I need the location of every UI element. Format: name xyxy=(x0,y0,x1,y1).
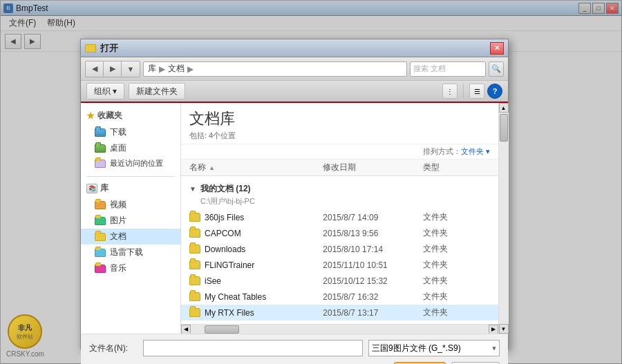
scroll-left-button[interactable]: ◀ xyxy=(181,325,191,334)
search-box: 搜索 文档 xyxy=(410,61,486,77)
filename-label: 文件名(N): xyxy=(89,343,138,354)
lib-title: 文档库 xyxy=(189,108,490,129)
filetype-select-wrapper: 三国9图片文件 (G_*.S9) ▼ xyxy=(368,340,500,356)
sort-value[interactable]: 文件夹 ▾ xyxy=(461,146,490,157)
libraries-label: 库 xyxy=(100,182,109,194)
dialog-back-button[interactable]: ◀ xyxy=(86,61,104,77)
footer-filename-row: 文件名(N): 三国9图片文件 (G_*.S9) ▼ xyxy=(89,340,500,356)
download-folder-icon xyxy=(95,128,106,137)
lib-icon: 📚 xyxy=(86,184,97,193)
sidebar-item-recent-label: 最近访问的位置 xyxy=(110,158,163,169)
filetype-label: 三国9图片文件 (G_*.S9) xyxy=(372,343,461,354)
breadcrumb-lib[interactable]: 库 xyxy=(148,63,156,75)
sidebar-divider xyxy=(86,176,175,177)
sidebar-item-documents[interactable]: 文档 xyxy=(81,229,180,245)
open-dialog: 打开 ✕ ◀ ▶ ▼ 库 ▶ 文档 ▶ 搜索 xyxy=(80,39,509,349)
watermark-line1: 非凡 xyxy=(18,323,32,333)
sidebar-item-music[interactable]: 音乐 xyxy=(81,260,180,276)
dialog-folder-icon xyxy=(85,44,96,52)
dialog-down-button[interactable]: ▼ xyxy=(122,61,140,77)
table-row[interactable]: CAPCOM 2015/8/13 9:56 文件夹 xyxy=(181,225,498,241)
folder-icon xyxy=(189,229,200,238)
breadcrumb: 库 ▶ 文档 ▶ xyxy=(143,61,407,77)
libraries-header: 📚 库 xyxy=(81,180,180,197)
dialog-footer: 文件名(N): 三国9图片文件 (G_*.S9) ▼ 打开(O) 取消 xyxy=(81,334,508,364)
toolbar-dots-button[interactable]: ⋮ xyxy=(442,84,458,99)
star-icon: ★ xyxy=(86,111,95,121)
col-date-header[interactable]: 修改日期 xyxy=(323,162,423,173)
help-button[interactable]: ? xyxy=(487,84,502,99)
sidebar-item-desktop-label: 桌面 xyxy=(110,142,126,154)
group-name: 我的文档 (12) xyxy=(200,183,251,195)
sidebar-documents-label: 文档 xyxy=(110,231,126,242)
file-list-header: 名称 ▲ 修改日期 类型 xyxy=(181,160,498,176)
folder-icon xyxy=(189,308,200,317)
dialog-address-bar: ◀ ▶ ▼ 库 ▶ 文档 ▶ 搜索 文档 🔍 xyxy=(81,57,508,81)
organize-button[interactable]: 组织 ▾ xyxy=(86,83,124,99)
dialog-title-bar: 打开 ✕ xyxy=(81,39,508,57)
filename-input[interactable] xyxy=(143,340,363,356)
sidebar-item-download[interactable]: 下载 xyxy=(81,124,180,140)
sidebar-item-desktop[interactable]: 桌面 xyxy=(81,140,180,156)
watermark: 非凡 软件站 CRSKY.com xyxy=(6,314,44,358)
sort-bar: 排列方式： 文件夹 ▾ xyxy=(181,144,498,160)
table-row[interactable]: Downloads 2015/8/10 17:14 文件夹 xyxy=(181,241,498,257)
search-placeholder: 搜索 文档 xyxy=(413,64,446,74)
filetype-select[interactable]: 三国9图片文件 (G_*.S9) xyxy=(368,340,500,356)
toolbar-separator xyxy=(463,84,464,98)
sidebar-item-thunder[interactable]: 迅雷下载 xyxy=(81,245,180,260)
folder-icon xyxy=(189,292,200,301)
lib-header: 文档库 包括: 4个位置 xyxy=(181,103,498,144)
new-folder-button[interactable]: 新建文件夹 xyxy=(129,83,185,99)
scroll-down-button[interactable]: ▼ xyxy=(499,324,509,334)
desktop-folder-icon xyxy=(95,144,106,153)
table-row[interactable]: iSee 2015/10/12 15:32 文件夹 xyxy=(181,273,498,289)
scroll-right-button[interactable]: ▶ xyxy=(489,325,498,334)
dialog-close-button[interactable]: ✕ xyxy=(490,42,504,55)
group-triangle[interactable]: ▼ xyxy=(189,185,196,193)
dialog-sidebar: ★ 收藏夹 下载 桌面 最近访问的位置 xyxy=(81,103,181,334)
table-row[interactable]: My Cheat Tables 2015/8/7 16:32 文件夹 xyxy=(181,289,498,305)
sidebar-item-download-label: 下载 xyxy=(110,126,126,138)
folder-icon xyxy=(189,276,200,285)
dialog-body: ★ 收藏夹 下载 桌面 最近访问的位置 xyxy=(81,103,508,334)
recent-folder-icon xyxy=(95,160,106,168)
sidebar-thunder-label: 迅雷下载 xyxy=(110,247,143,258)
sort-label: 排列方式： xyxy=(423,146,461,157)
music-folder-icon xyxy=(95,265,106,273)
group-path: C:\用户\bj-bj-PC xyxy=(181,196,498,209)
scroll-up-button[interactable]: ▲ xyxy=(499,103,509,113)
search-button[interactable]: 🔍 xyxy=(489,61,504,77)
video-folder-icon xyxy=(95,201,106,209)
dialog-overlay: 打开 ✕ ◀ ▶ ▼ 库 ▶ 文档 ▶ 搜索 xyxy=(1,1,622,364)
sidebar-pictures-label: 图片 xyxy=(110,215,126,227)
lib-includes: 包括: 4个位置 xyxy=(189,131,490,141)
favorites-label: 收藏夹 xyxy=(97,110,122,122)
horizontal-scroll-thumb[interactable] xyxy=(205,325,239,334)
horizontal-scroll-track[interactable] xyxy=(191,325,489,334)
table-row[interactable]: FLiNGTrainer 2015/11/10 10:51 文件夹 xyxy=(181,257,498,273)
pictures-folder-icon xyxy=(95,217,106,225)
breadcrumb-docs[interactable]: 文档 xyxy=(168,63,185,75)
sidebar-item-pictures[interactable]: 图片 xyxy=(81,213,180,229)
sidebar-music-label: 音乐 xyxy=(110,262,126,274)
vertical-scroll-thumb[interactable] xyxy=(500,114,508,142)
folder-icon xyxy=(189,213,200,222)
main-window: B BmpTest _ □ ✕ 文件(F) 帮助(H) ◀ ▶ 打开 ✕ xyxy=(0,0,622,364)
watermark-line3: CRSKY.com xyxy=(6,350,44,358)
dialog-main: 文档库 包括: 4个位置 排列方式： 文件夹 ▾ 名称 ▲ xyxy=(181,103,498,334)
sidebar-item-recent[interactable]: 最近访问的位置 xyxy=(81,156,180,171)
sidebar-video-label: 视频 xyxy=(110,199,126,211)
view-toggle-button[interactable]: ☰ xyxy=(469,84,484,99)
vertical-scroll-track[interactable] xyxy=(499,113,509,324)
table-row[interactable]: 360js Files 2015/8/7 14:09 文件夹 xyxy=(181,209,498,225)
col-type-header[interactable]: 类型 xyxy=(423,162,490,173)
documents-folder-icon xyxy=(95,233,106,241)
dialog-toolbar: 组织 ▾ 新建文件夹 ⋮ ☰ ? xyxy=(81,81,508,103)
folder-icon xyxy=(189,260,200,269)
dialog-forward-button[interactable]: ▶ xyxy=(104,61,122,77)
col-name-header[interactable]: 名称 ▲ xyxy=(189,162,323,173)
dialog-title: 打开 xyxy=(100,42,118,55)
sidebar-item-video[interactable]: 视频 xyxy=(81,197,180,213)
table-row[interactable]: My RTX Files 2015/8/7 13:17 文件夹 xyxy=(181,305,498,320)
